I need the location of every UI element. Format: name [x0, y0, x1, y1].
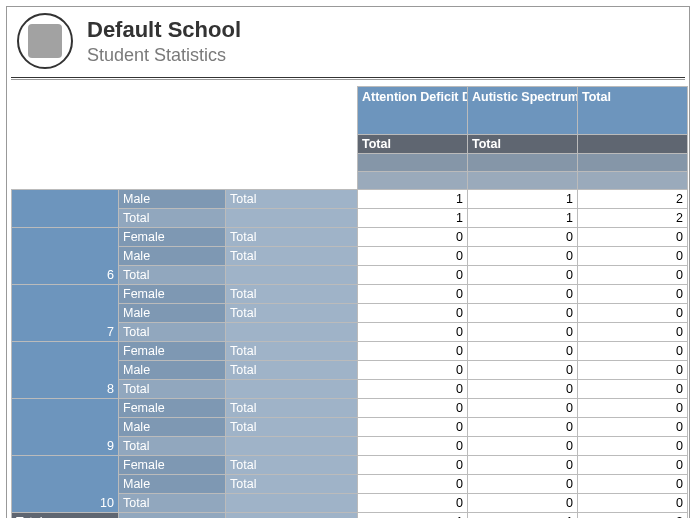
value-cell: 0: [578, 266, 688, 285]
header-filler: [358, 172, 468, 190]
group-key: 10: [12, 456, 119, 513]
sub-cell: Total: [226, 361, 358, 380]
sub-cell: Total: [226, 190, 358, 209]
value-cell: 0: [578, 304, 688, 323]
value-cell: 1: [358, 190, 468, 209]
divider: [11, 77, 685, 78]
value-cell: 0: [468, 361, 578, 380]
value-cell: 0: [358, 475, 468, 494]
value-cell: 0: [578, 456, 688, 475]
value-cell: 0: [468, 494, 578, 513]
value-cell: 0: [578, 475, 688, 494]
value-cell: 0: [358, 304, 468, 323]
sub-cell: Total: [226, 247, 358, 266]
header-filler: [468, 154, 578, 172]
value-cell: 0: [358, 399, 468, 418]
value-cell: 0: [578, 380, 688, 399]
value-cell: 0: [358, 456, 468, 475]
value-cell: 0: [468, 418, 578, 437]
crest-icon: [28, 24, 62, 58]
value-cell: 0: [468, 437, 578, 456]
value-cell: 0: [578, 399, 688, 418]
grand-total-row: Total 1 1 2: [12, 513, 688, 519]
sub-cell: Total: [226, 304, 358, 323]
value-cell: 0: [358, 380, 468, 399]
group-key: 9: [12, 399, 119, 456]
value-cell: 1: [468, 209, 578, 228]
value-cell: 0: [358, 494, 468, 513]
sub-cell: Total: [226, 418, 358, 437]
header-filler: [578, 154, 688, 172]
report-header: Default School Student Statistics: [7, 7, 689, 73]
value-cell: 1: [358, 209, 468, 228]
value-cell: 0: [578, 247, 688, 266]
value-cell: 0: [358, 266, 468, 285]
group-key: 8: [12, 342, 119, 399]
group-key: 6: [12, 228, 119, 285]
value-cell: 0: [468, 380, 578, 399]
value-cell: 0: [578, 342, 688, 361]
gender-cell: Total: [119, 323, 226, 342]
gender-cell: Total: [119, 494, 226, 513]
value-cell: 0: [468, 266, 578, 285]
value-cell: 0: [358, 361, 468, 380]
sub-cell: Total: [226, 285, 358, 304]
report-title: Student Statistics: [87, 45, 241, 66]
gender-cell: Male: [119, 475, 226, 494]
table-row: Male Total 1 1 2: [12, 190, 688, 209]
blank: [226, 513, 358, 519]
value-cell: 0: [578, 228, 688, 247]
gender-cell: Male: [119, 304, 226, 323]
value-cell: 1: [468, 513, 578, 519]
value-cell: 0: [468, 456, 578, 475]
col-subheader: [578, 135, 688, 154]
title-block: Default School Student Statistics: [87, 17, 241, 66]
table-row: 6FemaleTotal000: [12, 228, 688, 247]
report-frame: Default School Student Statistics Attent…: [6, 6, 690, 518]
value-cell: 0: [578, 437, 688, 456]
sub-cell: [226, 437, 358, 456]
gender-cell: Total: [119, 266, 226, 285]
col-header: Attention Deficit Disorder: [358, 87, 468, 135]
col-header: Autistic Spectrum Disorder: [468, 87, 578, 135]
sub-cell: Total: [226, 342, 358, 361]
value-cell: 0: [358, 285, 468, 304]
school-logo-icon: [17, 13, 73, 69]
sub-cell: [226, 494, 358, 513]
value-cell: 0: [578, 361, 688, 380]
value-cell: 0: [358, 247, 468, 266]
value-cell: 0: [578, 285, 688, 304]
table-header-row: Attention Deficit Disorder Autistic Spec…: [12, 87, 688, 135]
col-header: Total: [578, 87, 688, 135]
blank: [119, 513, 226, 519]
value-cell: 0: [468, 399, 578, 418]
value-cell: 0: [468, 323, 578, 342]
value-cell: 0: [468, 342, 578, 361]
sub-cell: Total: [226, 456, 358, 475]
table-row: 7FemaleTotal000: [12, 285, 688, 304]
divider: [11, 79, 685, 80]
value-cell: 0: [468, 285, 578, 304]
sub-cell: [226, 266, 358, 285]
value-cell: 0: [578, 494, 688, 513]
sub-cell: Total: [226, 399, 358, 418]
gender-cell: Male: [119, 361, 226, 380]
gender-cell: Female: [119, 456, 226, 475]
value-cell: 0: [358, 342, 468, 361]
value-cell: 1: [468, 190, 578, 209]
sub-cell: Total: [226, 228, 358, 247]
value-cell: 0: [358, 323, 468, 342]
col-subheader: Total: [358, 135, 468, 154]
group-key: 7: [12, 285, 119, 342]
value-cell: 0: [358, 437, 468, 456]
gender-cell: Female: [119, 228, 226, 247]
sub-cell: [226, 209, 358, 228]
sub-cell: [226, 323, 358, 342]
sub-cell: Total: [226, 475, 358, 494]
value-cell: 0: [358, 228, 468, 247]
group-key: [12, 190, 119, 228]
grand-total-label: Total: [12, 513, 119, 519]
col-subheader: Total: [468, 135, 578, 154]
sub-cell: [226, 380, 358, 399]
gender-cell: Male: [119, 418, 226, 437]
